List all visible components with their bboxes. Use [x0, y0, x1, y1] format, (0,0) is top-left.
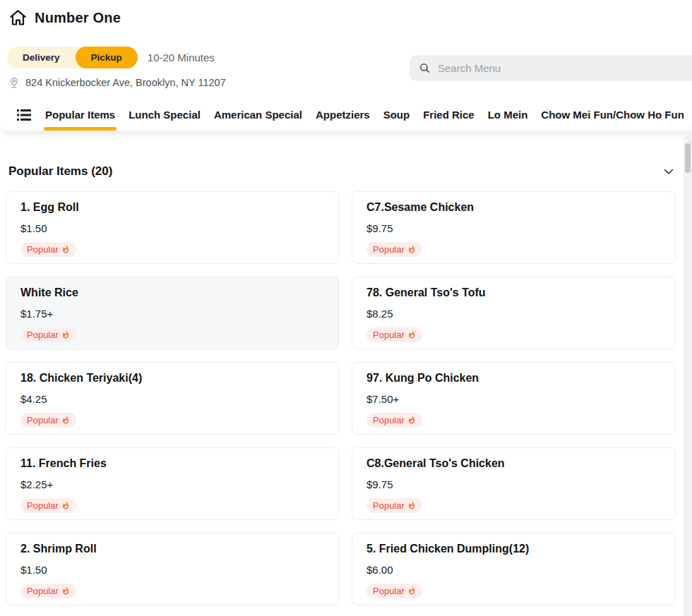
- section-header: Popular Items (20): [8, 164, 676, 179]
- tab-label: Soup: [383, 109, 410, 121]
- item-price: $1.75+: [20, 308, 324, 320]
- menu-item-card[interactable]: 1. Egg Roll $1.50 Popular: [6, 191, 339, 264]
- menu-item-grid: 1. Egg Roll $1.50 Popular C7.Sesame Chic…: [6, 191, 676, 605]
- popular-badge: Popular: [20, 327, 76, 342]
- fire-icon: [61, 586, 70, 596]
- popular-badge: Popular: [20, 242, 76, 257]
- menu-item-card[interactable]: C8.General Tso's Chicken $9.75 Popular: [352, 447, 676, 520]
- popular-badge: Popular: [366, 413, 422, 428]
- home-icon[interactable]: [8, 8, 28, 28]
- location-pin-icon: [8, 76, 20, 89]
- item-name: 78. General Tso's Tofu: [366, 286, 661, 299]
- badge-label: Popular: [27, 244, 59, 255]
- item-name: C7.Sesame Chicken: [366, 201, 661, 214]
- item-name: 1. Egg Roll: [20, 201, 324, 214]
- fire-icon: [61, 416, 70, 425]
- tab-lo-mein[interactable]: Lo Mein: [488, 99, 528, 131]
- tab-label: Lo Mein: [488, 109, 528, 121]
- fire-icon: [61, 501, 70, 510]
- badge-label: Popular: [373, 586, 405, 596]
- item-price: $4.25: [20, 393, 324, 405]
- item-price: $7.50+: [366, 393, 661, 405]
- fire-icon: [61, 330, 70, 339]
- menu-item-card[interactable]: 5. Fried Chicken Dumpling(12) $6.00 Popu…: [352, 533, 676, 605]
- tab-label: Fried Rice: [423, 109, 475, 121]
- badge-label: Popular: [373, 244, 405, 255]
- delivery-pickup-toggle: Delivery Pickup: [7, 47, 138, 68]
- popular-badge: Popular: [20, 584, 76, 598]
- item-price: $6.00: [366, 564, 661, 576]
- scrollbar-track[interactable]: [684, 131, 692, 616]
- tab-appetziers[interactable]: Appetziers: [316, 99, 370, 131]
- search-icon: [419, 62, 431, 74]
- page-title: Number One: [35, 10, 121, 26]
- restaurant-address: 824 Knickerbocker Ave, Brooklyn, NY 1120…: [25, 77, 226, 88]
- tab-label: Lunch Special: [129, 109, 201, 121]
- section-title: Popular Items (20): [8, 164, 112, 179]
- badge-label: Popular: [27, 330, 59, 340]
- menu-item-card[interactable]: C7.Sesame Chicken $9.75 Popular: [352, 191, 676, 264]
- menu-item-card[interactable]: 78. General Tso's Tofu $8.25 Popular: [352, 277, 676, 349]
- popular-badge: Popular: [366, 242, 422, 257]
- tab-lunch-special[interactable]: Lunch Special: [129, 99, 201, 131]
- item-name: 11. French Fries: [20, 457, 324, 470]
- order-mode-row: Delivery Pickup 10-20 Minutes: [7, 47, 215, 68]
- list-menu-icon[interactable]: [17, 109, 31, 121]
- popular-badge: Popular: [20, 498, 76, 513]
- tab-label: Chow Mei Fun/Chow Ho Fun: [541, 109, 684, 121]
- search-input[interactable]: [438, 62, 650, 74]
- item-price: $8.25: [366, 308, 661, 320]
- category-nav: Popular Items Lunch Special American Spe…: [0, 99, 692, 131]
- badge-label: Popular: [27, 415, 59, 425]
- menu-item-card[interactable]: 18. Chicken Teriyaki(4) $4.25 Popular: [6, 362, 339, 435]
- tab-label: Popular Items: [45, 109, 115, 121]
- item-name: White Rice: [20, 286, 324, 299]
- delivery-toggle-button[interactable]: Delivery: [7, 47, 76, 68]
- menu-item-card[interactable]: 2. Shrimp Roll $1.50 Popular: [6, 533, 339, 605]
- popular-badge: Popular: [366, 584, 422, 598]
- menu-item-card[interactable]: 97. Kung Po Chicken $7.50+ Popular: [352, 362, 676, 435]
- tab-soup[interactable]: Soup: [383, 99, 410, 131]
- scrollbar-thumb[interactable]: [685, 143, 691, 173]
- badge-label: Popular: [373, 415, 405, 425]
- badge-label: Popular: [373, 330, 405, 340]
- tab-popular-items[interactable]: Popular Items: [45, 99, 115, 131]
- fire-icon: [61, 245, 70, 254]
- item-price: $1.50: [20, 222, 324, 234]
- item-name: 18. Chicken Teriyaki(4): [20, 372, 324, 385]
- tab-label: American Special: [214, 109, 302, 121]
- item-price: $9.75: [366, 222, 661, 234]
- fire-icon: [407, 586, 416, 596]
- item-price: $2.25+: [20, 478, 324, 490]
- eta-text: 10-20 Minutes: [148, 52, 215, 64]
- popular-badge: Popular: [366, 327, 422, 342]
- tab-chow-mei-fun[interactable]: Chow Mei Fun/Chow Ho Fun: [541, 99, 684, 131]
- item-name: 97. Kung Po Chicken: [366, 372, 661, 385]
- address-row: 824 Knickerbocker Ave, Brooklyn, NY 1120…: [8, 76, 226, 89]
- item-name: C8.General Tso's Chicken: [366, 457, 661, 470]
- pickup-toggle-button[interactable]: Pickup: [76, 47, 138, 68]
- item-name: 2. Shrimp Roll: [20, 543, 324, 555]
- popular-badge: Popular: [366, 498, 422, 513]
- chevron-down-icon[interactable]: [663, 166, 674, 177]
- item-price: $1.50: [20, 564, 324, 576]
- badge-label: Popular: [27, 500, 59, 511]
- search-bar[interactable]: [410, 55, 692, 81]
- menu-item-card[interactable]: 11. French Fries $2.25+ Popular: [6, 447, 339, 520]
- tab-american-special[interactable]: American Special: [214, 99, 302, 131]
- item-name: 5. Fried Chicken Dumpling(12): [366, 543, 661, 555]
- fire-icon: [407, 501, 416, 510]
- fire-icon: [407, 416, 416, 425]
- menu-item-card[interactable]: White Rice $1.75+ Popular: [6, 277, 339, 349]
- item-price: $9.75: [366, 478, 661, 490]
- popular-badge: Popular: [20, 413, 76, 428]
- tab-fried-rice[interactable]: Fried Rice: [423, 99, 475, 131]
- fire-icon: [407, 245, 416, 254]
- badge-label: Popular: [373, 500, 405, 511]
- tab-label: Appetziers: [316, 109, 370, 121]
- badge-label: Popular: [27, 586, 59, 596]
- restaurant-header: Number One: [8, 8, 121, 28]
- fire-icon: [407, 330, 416, 339]
